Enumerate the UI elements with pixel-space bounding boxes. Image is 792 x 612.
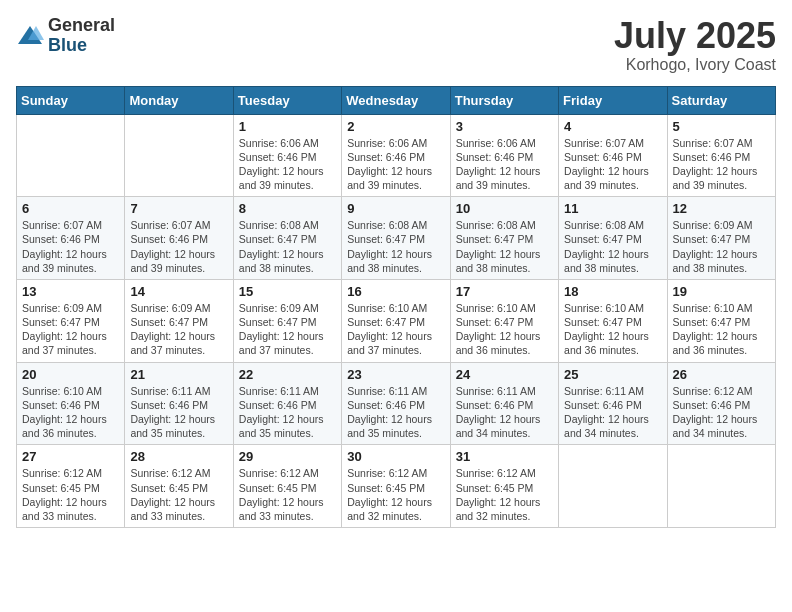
day-number: 13: [22, 284, 119, 299]
day-detail: Sunrise: 6:12 AM Sunset: 6:45 PM Dayligh…: [347, 466, 444, 523]
day-number: 23: [347, 367, 444, 382]
day-detail: Sunrise: 6:12 AM Sunset: 6:45 PM Dayligh…: [239, 466, 336, 523]
day-number: 29: [239, 449, 336, 464]
day-detail: Sunrise: 6:09 AM Sunset: 6:47 PM Dayligh…: [130, 301, 227, 358]
title-block: July 2025 Korhogo, Ivory Coast: [614, 16, 776, 74]
calendar-header-friday: Friday: [559, 86, 667, 114]
day-number: 6: [22, 201, 119, 216]
calendar-header-saturday: Saturday: [667, 86, 775, 114]
day-detail: Sunrise: 6:09 AM Sunset: 6:47 PM Dayligh…: [22, 301, 119, 358]
day-detail: Sunrise: 6:07 AM Sunset: 6:46 PM Dayligh…: [130, 218, 227, 275]
calendar-cell: 27Sunrise: 6:12 AM Sunset: 6:45 PM Dayli…: [17, 445, 125, 528]
calendar-cell: 7Sunrise: 6:07 AM Sunset: 6:46 PM Daylig…: [125, 197, 233, 280]
calendar-header-sunday: Sunday: [17, 86, 125, 114]
logo-text: General Blue: [48, 16, 115, 56]
day-number: 7: [130, 201, 227, 216]
calendar-cell: 5Sunrise: 6:07 AM Sunset: 6:46 PM Daylig…: [667, 114, 775, 197]
day-detail: Sunrise: 6:06 AM Sunset: 6:46 PM Dayligh…: [456, 136, 553, 193]
day-number: 22: [239, 367, 336, 382]
day-detail: Sunrise: 6:08 AM Sunset: 6:47 PM Dayligh…: [456, 218, 553, 275]
day-detail: Sunrise: 6:09 AM Sunset: 6:47 PM Dayligh…: [239, 301, 336, 358]
calendar-table: SundayMondayTuesdayWednesdayThursdayFrid…: [16, 86, 776, 528]
day-number: 17: [456, 284, 553, 299]
calendar-cell: 31Sunrise: 6:12 AM Sunset: 6:45 PM Dayli…: [450, 445, 558, 528]
day-number: 20: [22, 367, 119, 382]
day-detail: Sunrise: 6:11 AM Sunset: 6:46 PM Dayligh…: [456, 384, 553, 441]
calendar-header-monday: Monday: [125, 86, 233, 114]
calendar-cell: [559, 445, 667, 528]
calendar-cell: 12Sunrise: 6:09 AM Sunset: 6:47 PM Dayli…: [667, 197, 775, 280]
day-number: 3: [456, 119, 553, 134]
day-detail: Sunrise: 6:09 AM Sunset: 6:47 PM Dayligh…: [673, 218, 770, 275]
day-detail: Sunrise: 6:10 AM Sunset: 6:46 PM Dayligh…: [22, 384, 119, 441]
calendar-cell: [17, 114, 125, 197]
calendar-week-1: 1Sunrise: 6:06 AM Sunset: 6:46 PM Daylig…: [17, 114, 776, 197]
day-detail: Sunrise: 6:11 AM Sunset: 6:46 PM Dayligh…: [347, 384, 444, 441]
day-number: 5: [673, 119, 770, 134]
calendar-cell: 25Sunrise: 6:11 AM Sunset: 6:46 PM Dayli…: [559, 362, 667, 445]
day-number: 26: [673, 367, 770, 382]
month-title: July 2025: [614, 16, 776, 56]
calendar-cell: 1Sunrise: 6:06 AM Sunset: 6:46 PM Daylig…: [233, 114, 341, 197]
calendar-cell: 20Sunrise: 6:10 AM Sunset: 6:46 PM Dayli…: [17, 362, 125, 445]
calendar-cell: 14Sunrise: 6:09 AM Sunset: 6:47 PM Dayli…: [125, 279, 233, 362]
logo-general: General: [48, 16, 115, 36]
day-number: 1: [239, 119, 336, 134]
calendar-cell: 26Sunrise: 6:12 AM Sunset: 6:46 PM Dayli…: [667, 362, 775, 445]
day-detail: Sunrise: 6:12 AM Sunset: 6:45 PM Dayligh…: [130, 466, 227, 523]
calendar-header-thursday: Thursday: [450, 86, 558, 114]
calendar-cell: 8Sunrise: 6:08 AM Sunset: 6:47 PM Daylig…: [233, 197, 341, 280]
day-detail: Sunrise: 6:12 AM Sunset: 6:46 PM Dayligh…: [673, 384, 770, 441]
day-detail: Sunrise: 6:08 AM Sunset: 6:47 PM Dayligh…: [564, 218, 661, 275]
logo: General Blue: [16, 16, 115, 56]
day-detail: Sunrise: 6:12 AM Sunset: 6:45 PM Dayligh…: [456, 466, 553, 523]
calendar-cell: 18Sunrise: 6:10 AM Sunset: 6:47 PM Dayli…: [559, 279, 667, 362]
calendar-week-4: 20Sunrise: 6:10 AM Sunset: 6:46 PM Dayli…: [17, 362, 776, 445]
calendar-week-3: 13Sunrise: 6:09 AM Sunset: 6:47 PM Dayli…: [17, 279, 776, 362]
day-detail: Sunrise: 6:11 AM Sunset: 6:46 PM Dayligh…: [564, 384, 661, 441]
logo-icon: [16, 22, 44, 50]
calendar-cell: 24Sunrise: 6:11 AM Sunset: 6:46 PM Dayli…: [450, 362, 558, 445]
calendar-cell: 2Sunrise: 6:06 AM Sunset: 6:46 PM Daylig…: [342, 114, 450, 197]
calendar-cell: 23Sunrise: 6:11 AM Sunset: 6:46 PM Dayli…: [342, 362, 450, 445]
day-number: 2: [347, 119, 444, 134]
day-number: 19: [673, 284, 770, 299]
day-number: 15: [239, 284, 336, 299]
day-detail: Sunrise: 6:12 AM Sunset: 6:45 PM Dayligh…: [22, 466, 119, 523]
day-number: 4: [564, 119, 661, 134]
day-number: 8: [239, 201, 336, 216]
calendar-cell: 3Sunrise: 6:06 AM Sunset: 6:46 PM Daylig…: [450, 114, 558, 197]
calendar-cell: 10Sunrise: 6:08 AM Sunset: 6:47 PM Dayli…: [450, 197, 558, 280]
calendar-cell: [667, 445, 775, 528]
day-detail: Sunrise: 6:07 AM Sunset: 6:46 PM Dayligh…: [673, 136, 770, 193]
calendar-cell: 9Sunrise: 6:08 AM Sunset: 6:47 PM Daylig…: [342, 197, 450, 280]
day-detail: Sunrise: 6:08 AM Sunset: 6:47 PM Dayligh…: [239, 218, 336, 275]
calendar-cell: 17Sunrise: 6:10 AM Sunset: 6:47 PM Dayli…: [450, 279, 558, 362]
logo-blue: Blue: [48, 36, 115, 56]
day-number: 27: [22, 449, 119, 464]
calendar-cell: 16Sunrise: 6:10 AM Sunset: 6:47 PM Dayli…: [342, 279, 450, 362]
day-number: 25: [564, 367, 661, 382]
calendar-cell: 11Sunrise: 6:08 AM Sunset: 6:47 PM Dayli…: [559, 197, 667, 280]
day-number: 28: [130, 449, 227, 464]
day-detail: Sunrise: 6:07 AM Sunset: 6:46 PM Dayligh…: [22, 218, 119, 275]
day-detail: Sunrise: 6:11 AM Sunset: 6:46 PM Dayligh…: [130, 384, 227, 441]
page-header: General Blue July 2025 Korhogo, Ivory Co…: [16, 16, 776, 74]
day-number: 11: [564, 201, 661, 216]
calendar-header-row: SundayMondayTuesdayWednesdayThursdayFrid…: [17, 86, 776, 114]
day-detail: Sunrise: 6:07 AM Sunset: 6:46 PM Dayligh…: [564, 136, 661, 193]
day-detail: Sunrise: 6:08 AM Sunset: 6:47 PM Dayligh…: [347, 218, 444, 275]
calendar-header-wednesday: Wednesday: [342, 86, 450, 114]
day-detail: Sunrise: 6:11 AM Sunset: 6:46 PM Dayligh…: [239, 384, 336, 441]
location: Korhogo, Ivory Coast: [614, 56, 776, 74]
calendar-cell: [125, 114, 233, 197]
day-detail: Sunrise: 6:06 AM Sunset: 6:46 PM Dayligh…: [347, 136, 444, 193]
day-number: 16: [347, 284, 444, 299]
day-number: 24: [456, 367, 553, 382]
day-number: 31: [456, 449, 553, 464]
calendar-cell: 13Sunrise: 6:09 AM Sunset: 6:47 PM Dayli…: [17, 279, 125, 362]
calendar-cell: 15Sunrise: 6:09 AM Sunset: 6:47 PM Dayli…: [233, 279, 341, 362]
calendar-cell: 29Sunrise: 6:12 AM Sunset: 6:45 PM Dayli…: [233, 445, 341, 528]
day-number: 14: [130, 284, 227, 299]
calendar-cell: 4Sunrise: 6:07 AM Sunset: 6:46 PM Daylig…: [559, 114, 667, 197]
